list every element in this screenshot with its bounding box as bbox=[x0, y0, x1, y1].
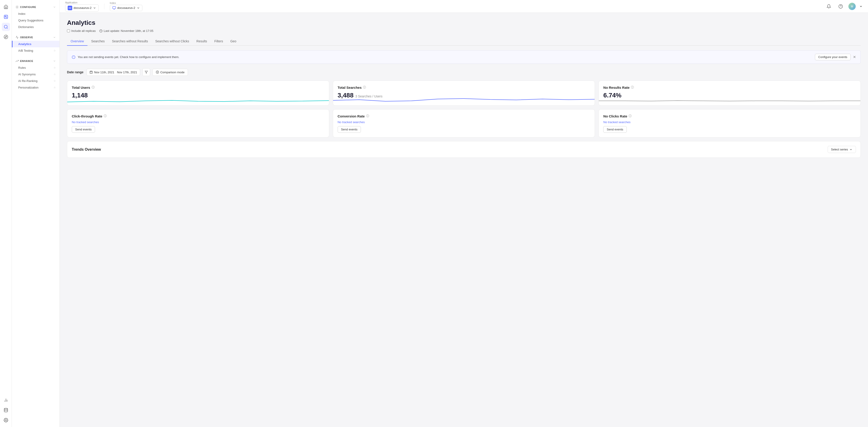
personalization-star[interactable]: ☆ bbox=[54, 86, 56, 89]
application-selector[interactable]: D2 docusaurus-2 bbox=[65, 4, 99, 11]
card-total-searches: Total Searches ⓘ 3,488 3 Searches / User… bbox=[333, 80, 595, 106]
tab-searches-without-results[interactable]: Searches without Results bbox=[108, 37, 152, 46]
sidebar-item-ai-re-ranking[interactable]: AI Re-Ranking ☆ bbox=[12, 77, 59, 84]
select-series-label: Select series bbox=[831, 148, 848, 151]
observe-label: OBSERVE bbox=[20, 36, 33, 39]
configure-events-btn[interactable]: Configure your events bbox=[815, 54, 851, 60]
help-btn[interactable] bbox=[837, 2, 845, 10]
notice-close-btn[interactable]: ✕ bbox=[853, 55, 856, 59]
sidebar-item-ab-testing[interactable]: A/B Testing ☆ bbox=[12, 47, 59, 54]
conversion-send-btn[interactable]: Send events bbox=[338, 126, 361, 133]
tab-searches[interactable]: Searches bbox=[88, 37, 108, 46]
conversion-no-tracked: No tracked searches bbox=[338, 121, 590, 124]
index-selector[interactable]: docusaurus-2 bbox=[110, 5, 143, 11]
home-icon-btn[interactable] bbox=[2, 3, 10, 11]
no-clicks-rate-info-icon[interactable]: ⓘ bbox=[628, 114, 631, 118]
click-through-no-tracked: No tracked searches bbox=[72, 121, 324, 124]
observe-icon bbox=[16, 36, 19, 39]
sidebar-item-analytics[interactable]: Analytics bbox=[12, 41, 59, 47]
enhance-icon bbox=[16, 59, 19, 63]
select-series-btn[interactable]: Select series bbox=[828, 146, 856, 153]
application-chevron-icon bbox=[93, 6, 96, 9]
date-range-input[interactable]: Nov 11th, 2021 Nov 17th, 2021 bbox=[87, 69, 140, 76]
card-total-users-title: Total Users ⓘ bbox=[72, 85, 324, 90]
index-chevron-icon bbox=[137, 6, 140, 9]
enhance-chevron bbox=[53, 60, 56, 62]
enhance-header[interactable]: ENHANCE bbox=[12, 58, 59, 64]
include-replicas-label[interactable]: Include all replicas bbox=[67, 29, 96, 33]
bell-icon bbox=[827, 4, 831, 9]
ab-testing-star[interactable]: ☆ bbox=[54, 49, 56, 52]
date-start: Nov 11th, 2021 bbox=[94, 71, 114, 74]
configure-chevron bbox=[53, 6, 56, 8]
card-conversion-rate-title: Conversion Rate ⓘ bbox=[338, 114, 590, 118]
svg-line-4 bbox=[7, 28, 7, 29]
card-conversion-rate: Conversion Rate ⓘ No tracked searches Se… bbox=[333, 109, 595, 137]
no-clicks-no-tracked: No tracked searches bbox=[603, 121, 856, 124]
notifications-btn[interactable] bbox=[825, 2, 833, 10]
sidebar-item-query-suggestions[interactable]: Query Suggestions bbox=[12, 17, 59, 24]
total-searches-chart bbox=[333, 94, 595, 105]
no-clicks-send-btn[interactable]: Send events bbox=[603, 126, 626, 133]
rules-star[interactable]: ☆ bbox=[54, 66, 56, 69]
total-users-info-icon[interactable]: ⓘ bbox=[92, 85, 95, 90]
svg-rect-22 bbox=[90, 71, 93, 73]
tab-geo[interactable]: Geo bbox=[227, 37, 240, 46]
database-icon-btn[interactable] bbox=[2, 406, 10, 414]
card-total-users: Total Users ⓘ 1,148 bbox=[67, 80, 329, 106]
include-replicas-checkbox[interactable] bbox=[67, 29, 70, 32]
meta-bar: Include all replicas Last update: Novemb… bbox=[67, 29, 861, 33]
notice-banner: You are not sending events yet. Check ho… bbox=[67, 50, 861, 64]
index-name: docusaurus-2 bbox=[117, 6, 135, 9]
configure-header[interactable]: CONFIGURE bbox=[12, 4, 59, 10]
search-icon-btn[interactable] bbox=[2, 23, 10, 31]
settings-icon-btn[interactable] bbox=[2, 416, 10, 424]
tab-results[interactable]: Results bbox=[193, 37, 211, 46]
svg-line-2 bbox=[6, 17, 7, 18]
user-avatar[interactable]: U bbox=[848, 3, 856, 10]
configure-section: CONFIGURE Index Query Suggestions Dictio… bbox=[12, 4, 59, 30]
total-searches-info-icon[interactable]: ⓘ bbox=[363, 85, 366, 90]
tab-overview[interactable]: Overview bbox=[67, 37, 88, 46]
tab-filters[interactable]: Filters bbox=[211, 37, 227, 46]
click-through-rate-info-icon[interactable]: ⓘ bbox=[104, 114, 106, 118]
user-menu-chevron-icon bbox=[859, 5, 863, 8]
sidebar-item-index[interactable]: Index bbox=[12, 10, 59, 17]
content-area: Analytics Include all replicas Last upda… bbox=[60, 13, 868, 427]
ai-re-ranking-star[interactable]: ☆ bbox=[54, 79, 56, 83]
explore-icon-btn[interactable] bbox=[2, 33, 10, 41]
tab-searches-without-clicks[interactable]: Searches without Clicks bbox=[152, 37, 193, 46]
logo-icon-btn[interactable] bbox=[2, 13, 10, 21]
sidebar-item-rules[interactable]: Rules ☆ bbox=[12, 64, 59, 71]
chart-icon-btn[interactable] bbox=[2, 396, 10, 404]
filter-btn[interactable] bbox=[143, 68, 150, 76]
enhance-section: ENHANCE Rules ☆ AI Synonyms ☆ AI Re-Rank… bbox=[12, 58, 59, 91]
app-icon: D2 bbox=[68, 6, 72, 10]
sidebar-item-dictionaries[interactable]: Dictionaries bbox=[12, 24, 59, 30]
configure-label: CONFIGURE bbox=[20, 6, 36, 8]
trends-title: Trends Overview bbox=[72, 147, 101, 152]
svg-point-3 bbox=[4, 25, 7, 28]
notice-text: You are not sending events yet. Check ho… bbox=[78, 55, 813, 59]
help-icon bbox=[838, 4, 843, 9]
sidebar-item-ai-synonyms[interactable]: AI Synonyms ☆ bbox=[12, 71, 59, 77]
card-click-through-rate-title: Click-through Rate ⓘ bbox=[72, 114, 324, 118]
comparison-mode-btn[interactable]: Comparison mode bbox=[152, 69, 188, 76]
svg-point-5 bbox=[4, 35, 8, 39]
clock-icon bbox=[99, 29, 102, 33]
click-through-send-btn[interactable]: Send events bbox=[72, 126, 95, 133]
card-no-results-rate-title: No Results Rate ⓘ bbox=[603, 85, 856, 90]
no-results-rate-info-icon[interactable]: ⓘ bbox=[631, 85, 634, 90]
ai-synonyms-star[interactable]: ☆ bbox=[54, 73, 56, 76]
main-area: Application D2 docusaurus-2 Index docusa… bbox=[60, 0, 868, 427]
date-range-label: Date range bbox=[67, 70, 83, 74]
sidebar-item-personalization[interactable]: Personalization ☆ bbox=[12, 84, 59, 91]
calendar-icon bbox=[90, 71, 93, 74]
trends-card: Trends Overview Select series bbox=[67, 141, 861, 158]
svg-point-1 bbox=[5, 16, 6, 17]
metrics-cards-row2: Click-through Rate ⓘ No tracked searches… bbox=[67, 109, 861, 137]
comparison-icon bbox=[156, 71, 159, 74]
conversion-rate-info-icon[interactable]: ⓘ bbox=[366, 114, 369, 118]
info-icon bbox=[72, 55, 75, 59]
observe-header[interactable]: OBSERVE bbox=[12, 34, 59, 41]
